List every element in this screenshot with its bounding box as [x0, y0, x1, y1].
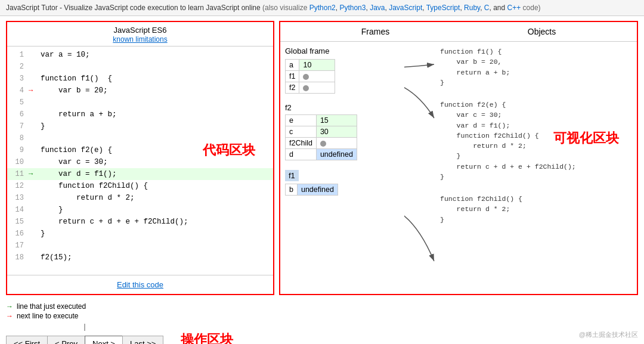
f1-frame-section: f1 b undefined: [285, 170, 404, 196]
f2-row-f2child: f2Child: [286, 138, 357, 149]
last-button[interactable]: Last >>: [122, 336, 163, 344]
f2-row-e: e 15: [286, 115, 357, 126]
f2-row-c: c 30: [286, 126, 357, 138]
link-ruby[interactable]: Ruby: [464, 4, 480, 12]
frames-col-label: Frames: [361, 27, 389, 36]
global-row-a: a 10: [286, 60, 335, 71]
first-button[interactable]: << First: [6, 336, 48, 344]
code-block-label: 代码区块: [203, 141, 255, 159]
code-line-2: 2: [7, 61, 273, 73]
code-line-12: 12 function f2Child() {: [7, 180, 273, 192]
link-c[interactable]: C: [484, 4, 490, 12]
f2-frame-label: f2: [285, 103, 404, 112]
code-line-1: 1 var a = 10;: [7, 49, 273, 61]
global-frame-label: Global frame: [285, 47, 404, 55]
code-panel-header: JavaScript ES6 known limitations: [7, 22, 273, 47]
objects-col: function f1() { var b = 20, return a + b…: [404, 47, 632, 289]
global-frame-table: a 10 f1 f2: [285, 59, 335, 94]
visualization-panel: Frames Objects Global frame a 10 f1: [279, 21, 638, 295]
f2-dot: [303, 85, 309, 91]
page-title: JavaScript Tutor - Visualize JavaScript …: [6, 4, 261, 12]
controls-area: << First < Prev Next > Last >>: [6, 332, 163, 344]
viz-block-label: 可视化区块: [553, 129, 619, 147]
frames-objects-area: Global frame a 10 f1 f2: [280, 42, 637, 294]
known-limitations-link[interactable]: known limitations: [113, 35, 167, 44]
prev-button[interactable]: < Prev: [47, 336, 85, 344]
code-area: 1 var a = 10; 2 3 function f1() { 4 → va: [7, 47, 273, 275]
op-block-label: 操作区块: [181, 331, 233, 345]
code-line-7: 7 }: [7, 120, 273, 132]
code-panel: JavaScript ES6 known limitations 1 var a…: [6, 21, 274, 295]
code-line-18: 18 f2(15);: [7, 252, 273, 264]
global-row-f2: f2: [286, 82, 335, 94]
edit-link-container: Edit this code: [7, 275, 273, 294]
code-line-15: 15 return c + d + e + f2Child();: [7, 216, 273, 228]
viz-panel-header: Frames Objects: [280, 22, 637, 42]
code-line-13: 13 return d * 2;: [7, 192, 273, 204]
code-line-4: 4 → var b = 20;: [7, 85, 273, 97]
objects-col-label: Objects: [528, 27, 556, 36]
f2-row-d: d undefined: [286, 149, 357, 160]
legend-green-arrow-icon: →: [6, 302, 13, 311]
link-python2[interactable]: Python2: [309, 4, 336, 12]
f1-dot: [303, 74, 309, 80]
link-javascript[interactable]: JavaScript: [389, 4, 422, 12]
obj-f2child-code: function f2Child() { return d * 2; }: [440, 194, 632, 225]
f1-frame-label: f1: [285, 170, 299, 181]
legend-red-line: → next line to execute: [6, 312, 638, 320]
link-typescript[interactable]: TypeScript: [426, 4, 460, 12]
obj-f1-code: function f1() { var b = 20, return a + b…: [440, 47, 632, 88]
watermark: @稀土掘金技术社区: [579, 330, 638, 339]
top-bar: JavaScript Tutor - Visualize JavaScript …: [0, 0, 644, 16]
bottom-area: → line that just executed → next line to…: [0, 300, 644, 344]
link-cpp[interactable]: C++: [507, 4, 521, 12]
code-lang-label: JavaScript ES6: [7, 26, 273, 35]
legend-green-text: line that just executed: [17, 302, 86, 311]
legend-red-text: next line to execute: [17, 312, 78, 320]
link-python3[interactable]: Python3: [339, 4, 366, 12]
code-line-16: 16 }: [7, 228, 273, 240]
code-line-11: 11 → var d = f1();: [7, 168, 273, 180]
frames-col: Global frame a 10 f1 f2: [285, 47, 404, 289]
f1-row-b: b undefined: [286, 184, 338, 196]
f1-frame-table: b undefined: [285, 184, 338, 196]
next-button[interactable]: Next >: [85, 336, 123, 344]
code-line-3: 3 function f1() {: [7, 73, 273, 85]
edit-code-link[interactable]: Edit this code: [117, 280, 163, 289]
object-f2child: function f2Child() { return d * 2; }: [440, 194, 632, 225]
code-line-6: 6 return a + b;: [7, 109, 273, 120]
f2-frame-table: e 15 c 30 f2Child d und: [285, 114, 357, 160]
code-line-5: 5: [7, 97, 273, 109]
legend-green-line: → line that just executed: [6, 302, 638, 311]
code-line-14: 14 }: [7, 204, 273, 216]
link-java[interactable]: Java: [370, 4, 385, 12]
legend-red-arrow-icon: →: [6, 312, 13, 320]
global-frame-section: Global frame a 10 f1 f2: [285, 47, 404, 94]
code-line-17: 17: [7, 240, 273, 252]
object-f1: function f1() { var b = 20, return a + b…: [440, 47, 632, 88]
global-row-f1: f1: [286, 71, 335, 82]
main-area: JavaScript ES6 known limitations 1 var a…: [0, 16, 644, 300]
f2-frame-section: f2 e 15 c 30 f2Child: [285, 103, 404, 160]
f2child-dot: [320, 141, 326, 147]
